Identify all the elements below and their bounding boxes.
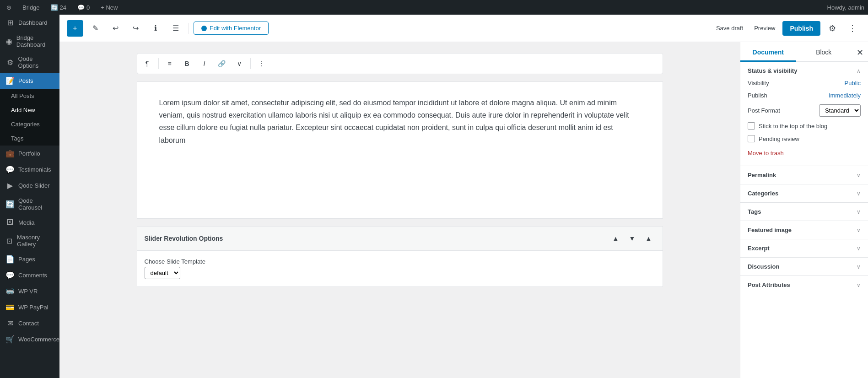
undo-button[interactable]: ↩	[107, 20, 124, 37]
tags-header[interactable]: Tags ∨	[740, 203, 868, 221]
discussion-header[interactable]: Discussion ∨	[740, 258, 868, 275]
sidebar-label-portfolio: Portfolio	[18, 150, 40, 157]
categories-header[interactable]: Categories ∨	[740, 184, 868, 202]
block-options-button[interactable]: ⋮	[253, 55, 270, 72]
redo-button[interactable]: ↪	[127, 20, 144, 37]
sidebar-label-qode-carousel: Qode Carousel	[18, 197, 54, 211]
tab-document[interactable]: Document	[740, 44, 796, 62]
sidebar-item-qode-options[interactable]: ⚙ Qode Options	[0, 52, 59, 73]
visibility-row: Visibility Public	[748, 80, 861, 86]
permalink-section: Permalink ∨	[740, 166, 868, 184]
publish-immediately-value[interactable]: Immediately	[829, 92, 861, 99]
right-panel: Document Block ✕ Status & visibility ∧	[740, 42, 868, 378]
settings-button[interactable]: ⚙	[824, 20, 841, 37]
metabox-collapse-down[interactable]: ▼	[626, 232, 639, 245]
sidebar-label-qode-slider: Qode Slider	[18, 182, 50, 189]
slide-template-select[interactable]: default	[145, 267, 180, 279]
wp-vr-icon: 🥽	[5, 287, 15, 296]
block-editor[interactable]: ¶ ≡ B I 🔗 ∨ ⋮ Lorem ipsum dolor sit amet…	[59, 42, 740, 378]
sticky-label: Stick to the top of the blog	[759, 123, 827, 130]
wp-logo[interactable]: ⊛	[4, 0, 14, 15]
qode-options-icon: ⚙	[5, 58, 15, 67]
bold-button[interactable]: B	[179, 55, 195, 72]
add-block-button[interactable]: +	[67, 20, 83, 37]
excerpt-chevron-icon: ∨	[857, 245, 861, 252]
sidebar-item-contact[interactable]: ✉ Contact	[0, 315, 59, 331]
post-format-label: Post Format	[748, 107, 780, 114]
sidebar-item-dashboard[interactable]: ⊞ Dashboard	[0, 15, 59, 31]
preview-button[interactable]: Preview	[750, 22, 779, 34]
excerpt-title: Excerpt	[748, 245, 770, 252]
sidebar-item-categories[interactable]: Categories	[0, 117, 59, 131]
move-to-trash-link[interactable]: Move to trash	[748, 148, 861, 158]
categories-title: Categories	[748, 190, 778, 197]
visibility-value[interactable]: Public	[845, 80, 861, 86]
permalink-header[interactable]: Permalink ∨	[740, 166, 868, 184]
editor-body-text[interactable]: Lorem ipsum dolor sit amet, consectetur …	[159, 97, 641, 146]
status-visibility-header[interactable]: Status & visibility ∧	[740, 62, 868, 80]
updates-badge[interactable]: 🔄 24	[48, 0, 69, 15]
edit-with-elementor-button[interactable]: Edit with Elementor	[194, 22, 269, 35]
sidebar-item-woocommerce[interactable]: 🛒 WooCommerce	[0, 331, 59, 347]
metabox-collapse-up[interactable]: ▲	[609, 232, 622, 245]
sidebar-item-qode-slider[interactable]: ▶ Qode Slider	[0, 178, 59, 194]
dashboard-icon: ⊞	[5, 18, 15, 27]
excerpt-header[interactable]: Excerpt ∨	[740, 239, 868, 257]
link-button[interactable]: 🔗	[214, 55, 230, 72]
post-attributes-title: Post Attributes	[748, 281, 790, 288]
discussion-section: Discussion ∨	[740, 258, 868, 276]
featured-image-header[interactable]: Featured image ∨	[740, 221, 868, 239]
bridge-dashboard-icon: ◉	[5, 37, 13, 46]
admin-bar: ⊛ Bridge 🔄 24 💬 0 + New Howdy, admin	[0, 0, 868, 15]
site-name[interactable]: Bridge	[20, 0, 43, 15]
sidebar-label-qode-options: Qode Options	[18, 55, 54, 69]
info-button[interactable]: ℹ	[147, 20, 164, 37]
publish-button[interactable]: Publish	[782, 21, 820, 36]
sidebar-item-wp-vr[interactable]: 🥽 WP VR	[0, 283, 59, 299]
save-draft-button[interactable]: Save draft	[712, 22, 747, 34]
sidebar-item-masonry-gallery[interactable]: ⊡ Masonry Gallery	[0, 230, 59, 251]
categories-section: Categories ∨	[740, 184, 868, 203]
sidebar-item-add-new[interactable]: Add New	[0, 103, 59, 117]
italic-button[interactable]: I	[196, 55, 213, 72]
comments-badge[interactable]: 💬 0	[75, 0, 92, 15]
sticky-checkbox[interactable]	[748, 122, 755, 130]
panel-close-button[interactable]: ✕	[852, 44, 868, 61]
sidebar-item-bridge-dashboard[interactable]: ◉ Bridge Dashboard	[0, 31, 59, 52]
tags-title: Tags	[748, 208, 761, 215]
comments-icon: 💬	[5, 271, 15, 280]
metabox-toggle-button[interactable]: ▲	[642, 232, 655, 245]
discussion-chevron-icon: ∨	[857, 264, 861, 270]
new-content-button[interactable]: + New	[98, 0, 120, 15]
sidebar-item-pages[interactable]: 📄 Pages	[0, 251, 59, 267]
sidebar-item-tags[interactable]: Tags	[0, 131, 59, 146]
sidebar-item-comments[interactable]: 💬 Comments	[0, 267, 59, 283]
editor-main: ¶ ≡ B I 🔗 ∨ ⋮ Lorem ipsum dolor sit amet…	[59, 42, 868, 378]
masonry-gallery-icon: ⊡	[5, 237, 13, 245]
sidebar-label-masonry-gallery: Masonry Gallery	[17, 234, 54, 248]
sidebar-item-testimonials[interactable]: 💬 Testimonials	[0, 162, 59, 178]
tools-button[interactable]: ✎	[87, 20, 103, 37]
sidebar-label-pages: Pages	[18, 256, 35, 263]
sidebar-item-portfolio[interactable]: 💼 Portfolio	[0, 146, 59, 162]
post-format-select[interactable]: Standard Aside Chat Gallery	[819, 104, 861, 117]
slide-template-label: Choose Slide Template	[145, 258, 655, 265]
sidebar-item-all-posts[interactable]: All Posts	[0, 89, 59, 103]
paragraph-format-button[interactable]: ¶	[139, 55, 156, 72]
sidebar-item-media[interactable]: 🖼 Media	[0, 215, 59, 230]
align-button[interactable]: ≡	[162, 55, 178, 72]
tab-block[interactable]: Block	[796, 44, 852, 62]
sidebar-item-posts[interactable]: 📝 Posts	[0, 73, 59, 89]
more-options-button[interactable]: ⋮	[844, 20, 861, 37]
sidebar-item-qode-carousel[interactable]: 🔄 Qode Carousel	[0, 194, 59, 215]
list-view-button[interactable]: ☰	[167, 20, 184, 37]
content-area: + ✎ ↩ ↪ ℹ ☰ Edit with Elementor Save dra…	[59, 15, 868, 378]
more-formats-button[interactable]: ∨	[231, 55, 248, 72]
sidebar-item-wp-paypal[interactable]: 💳 WP PayPal	[0, 299, 59, 315]
block-format-toolbar: ¶ ≡ B I 🔗 ∨ ⋮	[137, 53, 663, 74]
sidebar-label-wp-paypal: WP PayPal	[18, 304, 49, 311]
post-attributes-header[interactable]: Post Attributes ∨	[740, 276, 868, 294]
pending-review-checkbox[interactable]	[748, 135, 755, 142]
sidebar-label-contact: Contact	[18, 320, 39, 327]
editor-content-block[interactable]: Lorem ipsum dolor sit amet, consectetur …	[137, 81, 663, 219]
